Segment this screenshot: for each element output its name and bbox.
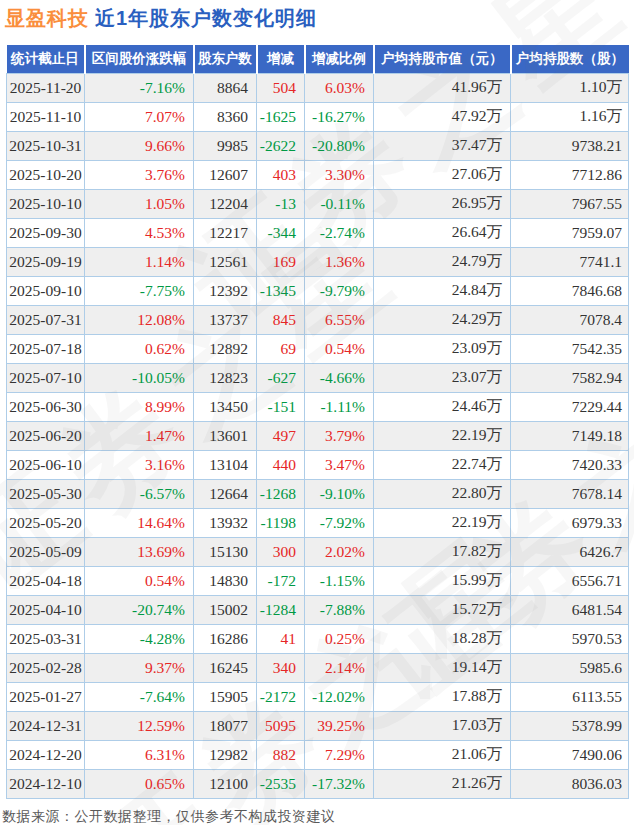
cell-avg-shares: 7420.33 <box>511 450 629 479</box>
cell-holders: 12823 <box>194 363 257 392</box>
cell-holders: 13737 <box>194 305 257 334</box>
table-row: 2025-07-180.62%12892690.54%23.09万7542.35 <box>7 334 629 363</box>
cell-avg-market-value: 26.95万 <box>374 189 511 218</box>
cell-change: 882 <box>257 740 305 769</box>
cell-avg-shares: 6426.7 <box>511 537 629 566</box>
cell-avg-market-value: 21.06万 <box>374 740 511 769</box>
cell-holders: 12392 <box>194 276 257 305</box>
cell-avg-shares: 7229.44 <box>511 392 629 421</box>
cell-change: -1198 <box>257 508 305 537</box>
table-row: 2025-05-30-6.57%12664-1268-9.10%22.80万76… <box>7 479 629 508</box>
cell-price-change: 9.66% <box>85 131 194 160</box>
cell-change-pct: 2.14% <box>305 653 374 682</box>
cell-price-change: 3.76% <box>85 160 194 189</box>
cell-avg-shares: 9738.21 <box>511 131 629 160</box>
cell-change-pct: -17.32% <box>305 769 374 798</box>
cell-change: -344 <box>257 218 305 247</box>
cell-date: 2025-09-30 <box>7 218 85 247</box>
cell-date: 2025-10-20 <box>7 160 85 189</box>
cell-price-change: -7.16% <box>85 73 194 102</box>
cell-avg-market-value: 17.88万 <box>374 682 511 711</box>
cell-avg-market-value: 26.64万 <box>374 218 511 247</box>
cell-change: 169 <box>257 247 305 276</box>
column-header: 增减 <box>257 45 305 73</box>
shareholder-count-table: 统计截止日区间股价涨跌幅股东户数增减增减比例户均持股市值（元）户均持股数（股） … <box>6 45 629 799</box>
table-row: 2025-05-0913.69%151303002.02%17.82万6426.… <box>7 537 629 566</box>
cell-price-change: 13.69% <box>85 537 194 566</box>
column-header: 区间股价涨跌幅 <box>85 45 194 73</box>
cell-avg-market-value: 24.46万 <box>374 392 511 421</box>
cell-holders: 12664 <box>194 479 257 508</box>
cell-change-pct: -16.27% <box>305 102 374 131</box>
column-header: 户均持股数（股） <box>511 45 629 73</box>
cell-change-pct: -1.15% <box>305 566 374 595</box>
cell-date: 2025-11-20 <box>7 73 85 102</box>
cell-holders: 13450 <box>194 392 257 421</box>
cell-change-pct: 39.25% <box>305 711 374 740</box>
cell-holders: 12607 <box>194 160 257 189</box>
table-row: 2024-12-206.31%129828827.29%21.06万7490.0… <box>7 740 629 769</box>
cell-date: 2024-12-20 <box>7 740 85 769</box>
cell-change: -13 <box>257 189 305 218</box>
cell-avg-shares: 5970.53 <box>511 624 629 653</box>
cell-price-change: 1.05% <box>85 189 194 218</box>
cell-holders: 12100 <box>194 769 257 798</box>
cell-change-pct: -9.10% <box>305 479 374 508</box>
cell-avg-shares: 7542.35 <box>511 334 629 363</box>
cell-avg-market-value: 21.26万 <box>374 769 511 798</box>
cell-change-pct: -4.66% <box>305 363 374 392</box>
cell-change-pct: 3.30% <box>305 160 374 189</box>
cell-avg-market-value: 47.92万 <box>374 102 511 131</box>
cell-price-change: -20.74% <box>85 595 194 624</box>
cell-holders: 13932 <box>194 508 257 537</box>
cell-change: 440 <box>257 450 305 479</box>
title-text: 近1年股东户数变化明细 <box>95 7 317 29</box>
table-row: 2025-02-289.37%162453402.14%19.14万5985.6 <box>7 653 629 682</box>
table-row: 2025-06-308.99%13450-151-1.11%24.46万7229… <box>7 392 629 421</box>
data-source-note: 数据来源：公开数据整理，仅供参考不构成投资建议 <box>2 808 634 825</box>
cell-change-pct: 3.79% <box>305 421 374 450</box>
table-row: 2025-04-10-20.74%15002-1284-7.88%15.72万6… <box>7 595 629 624</box>
cell-date: 2025-06-10 <box>7 450 85 479</box>
page: 证券之星 证券之星 证券之星 证券之星 显盈科技近1年股东户数变化明细 统计截止… <box>0 0 634 825</box>
cell-date: 2025-05-20 <box>7 508 85 537</box>
cell-holders: 12217 <box>194 218 257 247</box>
cell-date: 2025-10-10 <box>7 189 85 218</box>
table-row: 2025-10-101.05%12204-13-0.11%26.95万7967.… <box>7 189 629 218</box>
cell-price-change: 14.64% <box>85 508 194 537</box>
cell-change: -1345 <box>257 276 305 305</box>
cell-price-change: 8.99% <box>85 392 194 421</box>
cell-avg-shares: 8036.03 <box>511 769 629 798</box>
cell-date: 2025-11-10 <box>7 102 85 131</box>
table-row: 2025-07-10-10.05%12823-627-4.66%23.07万75… <box>7 363 629 392</box>
cell-avg-market-value: 41.96万 <box>374 73 511 102</box>
cell-avg-market-value: 17.82万 <box>374 537 511 566</box>
cell-avg-shares: 7149.18 <box>511 421 629 450</box>
cell-holders: 15002 <box>194 595 257 624</box>
table-row: 2025-04-180.54%14830-172-1.15%15.99万6556… <box>7 566 629 595</box>
cell-avg-market-value: 22.74万 <box>374 450 511 479</box>
cell-date: 2025-02-28 <box>7 653 85 682</box>
cell-holders: 8864 <box>194 73 257 102</box>
cell-avg-shares: 7490.06 <box>511 740 629 769</box>
cell-holders: 18077 <box>194 711 257 740</box>
cell-avg-market-value: 15.72万 <box>374 595 511 624</box>
cell-holders: 13601 <box>194 421 257 450</box>
cell-change-pct: 1.36% <box>305 247 374 276</box>
cell-avg-market-value: 17.03万 <box>374 711 511 740</box>
cell-date: 2025-01-27 <box>7 682 85 711</box>
cell-avg-market-value: 24.29万 <box>374 305 511 334</box>
cell-date: 2025-05-09 <box>7 537 85 566</box>
cell-price-change: -6.57% <box>85 479 194 508</box>
cell-holders: 16286 <box>194 624 257 653</box>
cell-avg-market-value: 19.14万 <box>374 653 511 682</box>
cell-price-change: -7.75% <box>85 276 194 305</box>
table-row: 2025-11-20-7.16%88645046.03%41.96万1.10万 <box>7 73 629 102</box>
cell-date: 2025-04-18 <box>7 566 85 595</box>
cell-date: 2025-09-19 <box>7 247 85 276</box>
cell-avg-shares: 5378.99 <box>511 711 629 740</box>
cell-change: 69 <box>257 334 305 363</box>
cell-price-change: 6.31% <box>85 740 194 769</box>
cell-change-pct: 7.29% <box>305 740 374 769</box>
cell-avg-market-value: 22.19万 <box>374 508 511 537</box>
